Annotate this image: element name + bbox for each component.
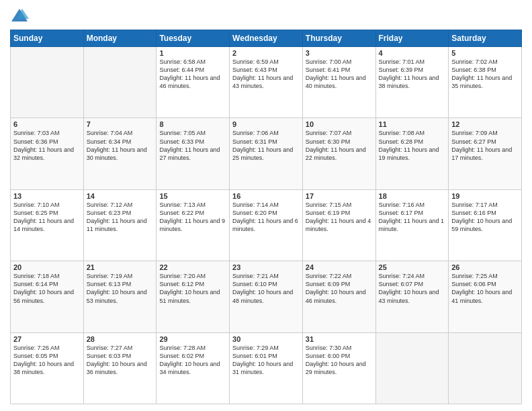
day-number: 24: [306, 263, 373, 271]
day-info: Sunrise: 7:29 AM Sunset: 6:01 PM Dayligh…: [232, 344, 300, 377]
calendar-cell: 11Sunrise: 7:08 AM Sunset: 6:28 PM Dayli…: [375, 118, 449, 189]
day-number: 23: [232, 263, 300, 271]
day-info: Sunrise: 7:07 AM Sunset: 6:30 PM Dayligh…: [306, 129, 373, 162]
day-info: Sunrise: 7:27 AM Sunset: 6:03 PM Dayligh…: [87, 344, 154, 377]
calendar-cell: 24Sunrise: 7:22 AM Sunset: 6:09 PM Dayli…: [302, 261, 375, 332]
day-info: Sunrise: 7:01 AM Sunset: 6:39 PM Dayligh…: [379, 58, 446, 91]
day-number: 1: [159, 49, 226, 57]
day-info: Sunrise: 7:20 AM Sunset: 6:12 PM Dayligh…: [159, 272, 226, 305]
day-info: Sunrise: 6:59 AM Sunset: 6:43 PM Dayligh…: [232, 58, 300, 91]
day-number: 17: [306, 192, 373, 200]
calendar-cell: 26Sunrise: 7:25 AM Sunset: 6:06 PM Dayli…: [449, 261, 522, 332]
calendar-cell: 30Sunrise: 7:29 AM Sunset: 6:01 PM Dayli…: [230, 332, 303, 404]
day-number: 15: [159, 192, 226, 200]
day-info: Sunrise: 7:30 AM Sunset: 6:00 PM Dayligh…: [306, 344, 373, 377]
day-number: 2: [232, 49, 300, 57]
week-row-1: 1Sunrise: 6:58 AM Sunset: 6:44 PM Daylig…: [11, 47, 522, 118]
day-info: Sunrise: 7:10 AM Sunset: 6:25 PM Dayligh…: [13, 201, 81, 234]
day-number: 11: [379, 120, 446, 128]
day-number: 7: [87, 120, 154, 128]
weekday-header-tuesday: Tuesday: [157, 30, 230, 47]
calendar-cell: 4Sunrise: 7:01 AM Sunset: 6:39 PM Daylig…: [375, 47, 449, 118]
day-info: Sunrise: 7:02 AM Sunset: 6:38 PM Dayligh…: [451, 58, 519, 91]
day-number: 20: [13, 263, 81, 271]
day-info: Sunrise: 7:03 AM Sunset: 6:36 PM Dayligh…: [13, 129, 81, 162]
calendar-cell: [83, 47, 157, 118]
weekday-header-wednesday: Wednesday: [230, 30, 303, 47]
calendar-cell: 1Sunrise: 6:58 AM Sunset: 6:44 PM Daylig…: [157, 47, 230, 118]
day-info: Sunrise: 7:00 AM Sunset: 6:41 PM Dayligh…: [306, 58, 373, 91]
day-number: 9: [232, 120, 300, 128]
day-info: Sunrise: 7:16 AM Sunset: 6:17 PM Dayligh…: [379, 201, 446, 234]
day-number: 31: [306, 335, 373, 343]
calendar-cell: 27Sunrise: 7:26 AM Sunset: 6:05 PM Dayli…: [11, 332, 84, 404]
day-info: Sunrise: 7:06 AM Sunset: 6:31 PM Dayligh…: [232, 129, 300, 162]
calendar-cell: 12Sunrise: 7:09 AM Sunset: 6:27 PM Dayli…: [449, 118, 522, 189]
header: [10, 7, 522, 26]
weekday-header-sunday: Sunday: [11, 30, 84, 47]
week-row-5: 27Sunrise: 7:26 AM Sunset: 6:05 PM Dayli…: [11, 332, 522, 404]
calendar-cell: 22Sunrise: 7:20 AM Sunset: 6:12 PM Dayli…: [157, 261, 230, 332]
day-number: 29: [159, 335, 226, 343]
day-number: 10: [306, 120, 373, 128]
day-info: Sunrise: 7:05 AM Sunset: 6:33 PM Dayligh…: [159, 129, 226, 162]
day-info: Sunrise: 7:21 AM Sunset: 6:10 PM Dayligh…: [232, 272, 300, 305]
logo: [10, 7, 30, 26]
calendar-cell: 25Sunrise: 7:24 AM Sunset: 6:07 PM Dayli…: [375, 261, 449, 332]
day-number: 26: [451, 263, 519, 271]
day-number: 6: [13, 120, 81, 128]
weekday-header-row: SundayMondayTuesdayWednesdayThursdayFrid…: [11, 30, 522, 47]
calendar-cell: 9Sunrise: 7:06 AM Sunset: 6:31 PM Daylig…: [230, 118, 303, 189]
weekday-header-thursday: Thursday: [302, 30, 375, 47]
day-number: 27: [13, 335, 81, 343]
weekday-header-friday: Friday: [375, 30, 449, 47]
day-number: 22: [159, 263, 226, 271]
calendar-cell: 7Sunrise: 7:04 AM Sunset: 6:34 PM Daylig…: [83, 118, 157, 189]
day-info: Sunrise: 7:19 AM Sunset: 6:13 PM Dayligh…: [87, 272, 154, 305]
day-number: 12: [451, 120, 519, 128]
day-info: Sunrise: 7:22 AM Sunset: 6:09 PM Dayligh…: [306, 272, 373, 305]
day-info: Sunrise: 7:15 AM Sunset: 6:19 PM Dayligh…: [306, 201, 373, 234]
day-info: Sunrise: 7:25 AM Sunset: 6:06 PM Dayligh…: [451, 272, 519, 305]
calendar-cell: 18Sunrise: 7:16 AM Sunset: 6:17 PM Dayli…: [375, 189, 449, 261]
day-number: 4: [379, 49, 446, 57]
day-info: Sunrise: 7:08 AM Sunset: 6:28 PM Dayligh…: [379, 129, 446, 162]
calendar-cell: 28Sunrise: 7:27 AM Sunset: 6:03 PM Dayli…: [83, 332, 157, 404]
calendar-cell: 16Sunrise: 7:14 AM Sunset: 6:20 PM Dayli…: [230, 189, 303, 261]
page: SundayMondayTuesdayWednesdayThursdayFrid…: [0, 0, 532, 411]
week-row-2: 6Sunrise: 7:03 AM Sunset: 6:36 PM Daylig…: [11, 118, 522, 189]
calendar-cell: 6Sunrise: 7:03 AM Sunset: 6:36 PM Daylig…: [11, 118, 84, 189]
day-info: Sunrise: 7:09 AM Sunset: 6:27 PM Dayligh…: [451, 129, 519, 162]
day-info: Sunrise: 7:14 AM Sunset: 6:20 PM Dayligh…: [232, 201, 300, 234]
logo-icon: [10, 7, 29, 26]
calendar-cell: 29Sunrise: 7:28 AM Sunset: 6:02 PM Dayli…: [157, 332, 230, 404]
calendar-cell: 20Sunrise: 7:18 AM Sunset: 6:14 PM Dayli…: [11, 261, 84, 332]
day-number: 30: [232, 335, 300, 343]
calendar-cell: [449, 332, 522, 404]
day-number: 21: [87, 263, 154, 271]
day-number: 13: [13, 192, 81, 200]
week-row-3: 13Sunrise: 7:10 AM Sunset: 6:25 PM Dayli…: [11, 189, 522, 261]
calendar-cell: 3Sunrise: 7:00 AM Sunset: 6:41 PM Daylig…: [302, 47, 375, 118]
day-info: Sunrise: 7:17 AM Sunset: 6:16 PM Dayligh…: [451, 201, 519, 234]
calendar-cell: [11, 47, 84, 118]
calendar-cell: 2Sunrise: 6:59 AM Sunset: 6:43 PM Daylig…: [230, 47, 303, 118]
calendar-cell: 23Sunrise: 7:21 AM Sunset: 6:10 PM Dayli…: [230, 261, 303, 332]
calendar-cell: 14Sunrise: 7:12 AM Sunset: 6:23 PM Dayli…: [83, 189, 157, 261]
week-row-4: 20Sunrise: 7:18 AM Sunset: 6:14 PM Dayli…: [11, 261, 522, 332]
calendar-cell: 17Sunrise: 7:15 AM Sunset: 6:19 PM Dayli…: [302, 189, 375, 261]
day-number: 25: [379, 263, 446, 271]
day-number: 8: [159, 120, 226, 128]
calendar-cell: 10Sunrise: 7:07 AM Sunset: 6:30 PM Dayli…: [302, 118, 375, 189]
calendar-cell: 5Sunrise: 7:02 AM Sunset: 6:38 PM Daylig…: [449, 47, 522, 118]
day-info: Sunrise: 7:18 AM Sunset: 6:14 PM Dayligh…: [13, 272, 81, 305]
day-number: 28: [87, 335, 154, 343]
day-info: Sunrise: 7:12 AM Sunset: 6:23 PM Dayligh…: [87, 201, 154, 234]
calendar-cell: 8Sunrise: 7:05 AM Sunset: 6:33 PM Daylig…: [157, 118, 230, 189]
day-info: Sunrise: 7:28 AM Sunset: 6:02 PM Dayligh…: [159, 344, 226, 377]
day-number: 19: [451, 192, 519, 200]
calendar-cell: 13Sunrise: 7:10 AM Sunset: 6:25 PM Dayli…: [11, 189, 84, 261]
day-info: Sunrise: 7:13 AM Sunset: 6:22 PM Dayligh…: [159, 201, 226, 234]
day-number: 14: [87, 192, 154, 200]
calendar-table: SundayMondayTuesdayWednesdayThursdayFrid…: [10, 30, 522, 404]
